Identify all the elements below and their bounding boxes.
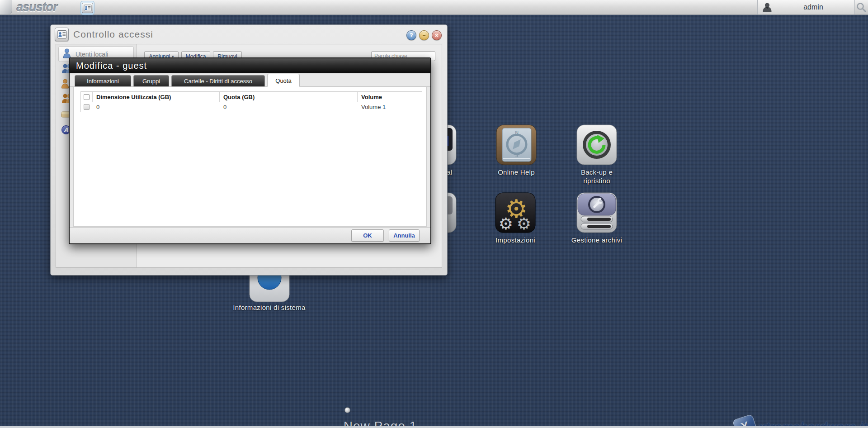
table-header-row: Dimensione Utilizzata (GB) Quota (GB) Vo… [81, 92, 422, 102]
backup-restore-label: Back-up e ripristino [572, 168, 621, 185]
storage-manager-label: Gestione archivi [563, 236, 630, 244]
sidebar-item-3[interactable] [61, 79, 69, 90]
column-header-quota[interactable]: Quota (GB) [220, 92, 358, 102]
close-button[interactable]: ✕ [432, 30, 442, 40]
page-indicator-dot[interactable] [344, 407, 350, 413]
online-help-label: Online Help [476, 168, 557, 176]
online-help-icon[interactable]: N S [496, 124, 537, 165]
username: admin [772, 3, 854, 11]
tab-cartelle-diritti[interactable]: Cartelle - Diritti di accesso [171, 75, 265, 86]
system-information-label: Informazioni di sistema [227, 303, 311, 312]
backup-restore-icon[interactable] [576, 124, 617, 165]
settings-icon[interactable]: ⚙ ⚙ ⚙ [495, 192, 536, 233]
search-icon[interactable] [856, 2, 867, 13]
topbar-corner [0, 0, 12, 14]
quota-panel: Dimensione Utilizzata (GB) Quota (GB) Vo… [73, 87, 427, 227]
tab-gruppi[interactable]: Gruppi [133, 75, 169, 86]
minimize-button[interactable]: – [419, 30, 429, 40]
column-header-volume[interactable]: Volume [358, 92, 422, 102]
user-icon [762, 2, 772, 12]
table-row[interactable]: 0 0 Volume 1 [81, 102, 422, 112]
window-title: Controllo accessi [73, 29, 153, 40]
storage-manager-icon[interactable] [576, 192, 617, 233]
screen-bottom-edge [0, 426, 868, 428]
modal-footer: OK Annulla [70, 227, 430, 243]
svg-text:⚙: ⚙ [499, 214, 513, 233]
svg-text:A: A [64, 127, 68, 133]
select-all-checkbox[interactable] [84, 94, 90, 100]
topbar: asustor [0, 0, 868, 15]
modal-title: Modifica - guest [76, 61, 147, 71]
taskbar-access-control-icon[interactable] [80, 1, 94, 15]
tab-informazioni[interactable]: Informazioni [75, 75, 131, 86]
user-orange-icon [61, 82, 69, 90]
settings-label: Impostazioni [475, 236, 556, 244]
ok-button[interactable]: OK [351, 229, 384, 242]
cell-quota: 0 [220, 102, 358, 112]
cell-volume: Volume 1 [358, 102, 422, 112]
tab-quota[interactable]: Quota [267, 74, 300, 87]
window-titlebar[interactable]: Controllo accessi ? – ✕ [51, 25, 447, 44]
row-checkbox[interactable] [84, 104, 90, 110]
cell-used: 0 [93, 102, 220, 112]
partially-hidden-app-label: al [447, 168, 467, 176]
user-menu-button[interactable]: admin [757, 0, 855, 14]
sidebar-item-label: Utenti locali [75, 51, 108, 58]
asustor-logo: asustor [16, 0, 57, 14]
quota-table: Dimensione Utilizzata (GB) Quota (GB) Vo… [80, 91, 422, 112]
access-control-icon [55, 28, 69, 41]
help-button[interactable]: ? [406, 30, 416, 40]
modal-modifica-guest: Modifica - guest Informazioni Gruppi Car… [69, 57, 431, 244]
modal-titlebar[interactable]: Modifica - guest [70, 58, 430, 73]
cancel-button[interactable]: Annulla [389, 229, 420, 242]
column-header-used[interactable]: Dimensione Utilizzata (GB) [93, 92, 220, 102]
modal-tabs: Informazioni Gruppi Cartelle - Diritti d… [70, 73, 430, 87]
svg-text:⚙: ⚙ [517, 214, 531, 233]
screen: al Informazioni di sistema [0, 0, 868, 428]
